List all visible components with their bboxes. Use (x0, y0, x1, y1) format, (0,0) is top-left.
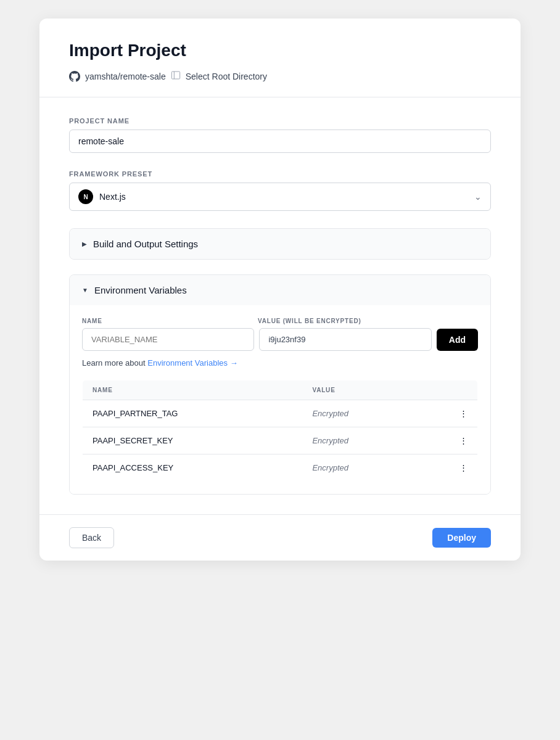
env-vars-section: ▼ Environment Variables NAME VALUE (WILL… (69, 274, 491, 495)
env-row-value: Encrypted (302, 454, 419, 482)
table-row: PAAPI_PARTNER_TAG Encrypted ⋮ (83, 400, 478, 427)
env-vars-body: NAME VALUE (WILL BE ENCRYPTED) Add (70, 305, 490, 494)
env-vars-table: NAME VALUE PAAPI_PARTNER_TAG Encrypted ⋮ (82, 380, 478, 482)
framework-preset-group: FRAMEWORK PRESET N Next.js ⌄ (69, 170, 491, 211)
card-footer: Back Deploy (39, 514, 521, 561)
build-settings-label: Build and Output Settings (93, 239, 198, 249)
learn-more-text: Learn more about Environment Variables → (82, 358, 478, 368)
project-name-label: PROJECT NAME (69, 117, 491, 125)
env-value-col (259, 328, 431, 351)
project-name-input[interactable] (69, 130, 491, 153)
env-row-actions[interactable]: ⋮ (419, 427, 478, 454)
env-vars-header[interactable]: ▼ Environment Variables (70, 275, 490, 305)
learn-more-static: Learn more about (82, 358, 147, 368)
import-project-card: Import Project yamshta/remote-sale Selec… (39, 18, 521, 561)
framework-select-left: N Next.js (78, 189, 126, 204)
table-row: PAAPI_ACCESS_KEY Encrypted ⋮ (83, 454, 478, 482)
env-table-head: NAME VALUE (83, 380, 478, 400)
breadcrumb-separator (171, 70, 181, 82)
add-env-var-button[interactable]: Add (437, 329, 478, 351)
env-name-input[interactable] (82, 328, 254, 351)
build-settings-section: ▶ Build and Output Settings (69, 228, 491, 260)
framework-select[interactable]: N Next.js ⌄ (69, 183, 491, 211)
learn-more-link[interactable]: Environment Variables → (147, 358, 237, 368)
table-row: PAAPI_SECRET_KEY Encrypted ⋮ (83, 427, 478, 454)
env-row-actions[interactable]: ⋮ (419, 454, 478, 482)
breadcrumb-root-directory[interactable]: Select Root Directory (186, 72, 267, 81)
env-table-body: PAAPI_PARTNER_TAG Encrypted ⋮ PAAPI_SECR… (83, 400, 478, 482)
env-name-col (82, 328, 254, 351)
env-table-value-header: VALUE (302, 380, 419, 400)
framework-name: Next.js (99, 192, 126, 202)
page-title: Import Project (69, 41, 491, 60)
nextjs-icon: N (78, 189, 93, 204)
card-header: Import Project yamshta/remote-sale Selec… (39, 18, 521, 97)
breadcrumb: yamshta/remote-sale Select Root Director… (69, 70, 491, 82)
breadcrumb-repo: yamshta/remote-sale (85, 72, 166, 81)
env-name-field-label: NAME (82, 318, 253, 324)
chevron-down-icon: ⌄ (474, 192, 482, 202)
env-table-actions-header (419, 380, 478, 400)
svg-rect-0 (171, 72, 179, 79)
env-value-field-label: VALUE (WILL BE ENCRYPTED) (258, 318, 429, 324)
env-table-name-header: NAME (83, 380, 303, 400)
card-body: PROJECT NAME FRAMEWORK PRESET N Next.js … (39, 97, 521, 514)
env-row-actions[interactable]: ⋮ (419, 400, 478, 427)
framework-preset-label: FRAMEWORK PRESET (69, 170, 491, 178)
env-row-value: Encrypted (302, 400, 419, 427)
env-vars-label: Environment Variables (94, 285, 187, 295)
build-settings-header[interactable]: ▶ Build and Output Settings (70, 229, 490, 259)
env-value-input[interactable] (259, 328, 431, 351)
deploy-button[interactable]: Deploy (432, 528, 491, 548)
triangle-down-icon: ▼ (82, 287, 88, 294)
env-row-name: PAAPI_PARTNER_TAG (83, 400, 303, 427)
env-row-value: Encrypted (302, 427, 419, 454)
env-label-row: NAME VALUE (WILL BE ENCRYPTED) (82, 318, 478, 324)
back-button[interactable]: Back (69, 527, 114, 548)
env-input-row: Add (82, 328, 478, 351)
github-icon (69, 71, 80, 82)
env-table-header-row: NAME VALUE (83, 380, 478, 400)
env-row-name: PAAPI_ACCESS_KEY (83, 454, 303, 482)
env-row-name: PAAPI_SECRET_KEY (83, 427, 303, 454)
project-name-group: PROJECT NAME (69, 117, 491, 153)
triangle-right-icon: ▶ (82, 240, 87, 247)
